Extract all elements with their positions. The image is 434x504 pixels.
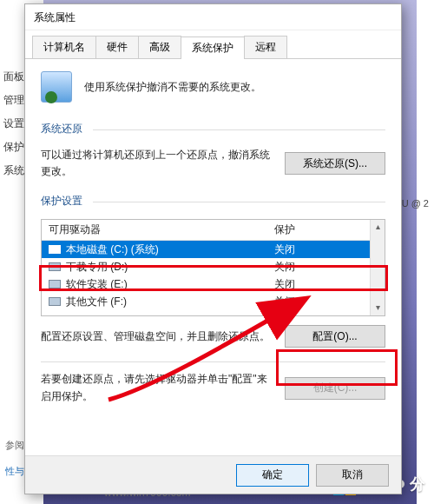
col-drive-header[interactable]: 可用驱动器: [42, 220, 267, 240]
drive-icon: [49, 280, 61, 288]
drive-row[interactable]: 本地磁盘 (C:) (系统) 关闭: [42, 241, 385, 258]
system-restore-button[interactable]: 系统还原(S)...: [285, 152, 385, 175]
intro-text: 使用系统保护撤消不需要的系统更改。: [84, 80, 261, 95]
dialog-title: 系统属性: [25, 4, 401, 30]
ok-button[interactable]: 确定: [236, 464, 309, 487]
dialog-tabs: 计算机名 硬件 高级 系统保护 远程: [25, 30, 401, 59]
drive-status: 关闭: [267, 292, 385, 312]
drive-row[interactable]: 软件安装 (E:) 关闭: [42, 275, 385, 293]
drive-list-scrollbar[interactable]: ▴ ▾: [370, 220, 385, 315]
drive-icon: [49, 245, 61, 254]
drive-name: 下载专用 (D:): [66, 260, 128, 275]
group-system-restore-title: 系统还原: [41, 122, 385, 136]
drive-list[interactable]: 可用驱动器 保护 本地磁盘 (C:) (系统) 关闭 下载专用 (D:) 关闭 …: [41, 219, 385, 316]
system-protection-icon: [41, 71, 72, 103]
drive-row[interactable]: 下载专用 (D:) 关闭: [42, 258, 385, 275]
system-restore-description: 可以通过将计算机还原到上一个还原点，撤消系统更改。: [41, 147, 276, 180]
create-description: 若要创建还原点，请先选择驱动器并单击"配置"来启用保护。: [41, 371, 276, 404]
tab-system-protection[interactable]: 系统保护: [181, 36, 245, 59]
configure-description: 配置还原设置、管理磁盘空间，并且删除还原点。: [41, 328, 276, 345]
drive-name: 本地磁盘 (C:) (系统): [66, 242, 159, 257]
scroll-down-icon[interactable]: ▾: [371, 301, 385, 315]
tab-advanced[interactable]: 高级: [138, 36, 181, 58]
configure-button[interactable]: 配置(O)...: [285, 325, 385, 348]
drive-name: 其他文件 (F:): [66, 295, 127, 309]
drive-name: 软件安装 (E:): [66, 277, 128, 292]
drive-icon: [49, 297, 61, 306]
tab-remote[interactable]: 远程: [244, 36, 287, 58]
scroll-up-icon[interactable]: ▴: [371, 220, 385, 235]
system-properties-dialog: 系统属性 计算机名 硬件 高级 系统保护 远程 使用系统保护撤消不需要的系统更改…: [24, 3, 402, 494]
col-status-header[interactable]: 保护: [267, 220, 385, 240]
drive-row[interactable]: 其他文件 (F:) 关闭: [42, 293, 385, 310]
see-also-label: 参阅: [5, 439, 24, 452]
drive-icon: [49, 262, 61, 271]
logo-text-b: 分: [410, 474, 425, 494]
tab-computer-name[interactable]: 计算机名: [32, 36, 96, 58]
cancel-button[interactable]: 取消: [316, 464, 389, 487]
tab-hardware[interactable]: 硬件: [95, 36, 139, 58]
create-button: 创建(C)...: [285, 377, 385, 400]
group-protection-settings-title: 保护设置: [41, 194, 385, 209]
